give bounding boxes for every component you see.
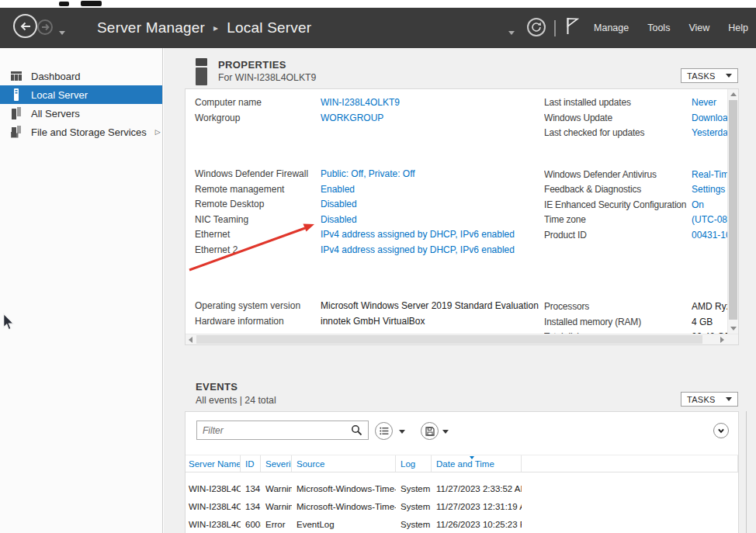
- search-icon[interactable]: [351, 424, 363, 437]
- property-value[interactable]: Real-Time: [692, 168, 727, 183]
- property-value[interactable]: Download: [692, 111, 727, 126]
- event-cell: 134: [241, 480, 261, 498]
- property-value[interactable]: 00431-10: [692, 228, 727, 244]
- forward-button[interactable]: [37, 19, 53, 35]
- property-value[interactable]: Disabled: [321, 213, 357, 228]
- property-value[interactable]: IPv4 address assigned by DHCP, IPv6 enab…: [321, 243, 515, 258]
- event-cell: System: [396, 516, 432, 533]
- refresh-caret-icon[interactable]: [508, 31, 515, 35]
- property-row-workgroup: WorkgroupWORKGROUP: [195, 111, 541, 126]
- property-row-ethernet-2: Ethernet 2IPv4 address assigned by DHCP,…: [195, 243, 541, 258]
- screenshot-top-strip: [0, 0, 756, 8]
- sidebar-item-local-server[interactable]: Local Server: [0, 85, 162, 104]
- event-cell: Warning: [261, 498, 292, 516]
- scroll-up-icon[interactable]: [730, 92, 737, 96]
- arrow-right-icon: [41, 23, 50, 31]
- filter-input[interactable]: [196, 421, 369, 440]
- property-row-hardware-information: Hardware informationinnotek GmbH Virtual…: [195, 314, 541, 330]
- column-header-empty: [522, 455, 738, 472]
- nav-history-caret-icon[interactable]: [59, 31, 65, 35]
- collapse-events-button[interactable]: [713, 423, 729, 438]
- scrollbar-thumb[interactable]: [196, 335, 702, 344]
- column-header-id[interactable]: ID: [241, 455, 261, 472]
- column-header-server-name[interactable]: Server Name: [186, 455, 241, 472]
- event-cell: System: [396, 498, 432, 516]
- server-manager-window: Server Manager ▸ Local Server ManageTool…: [0, 0, 756, 533]
- property-value[interactable]: Enabled: [321, 182, 355, 198]
- menu-view[interactable]: View: [688, 22, 709, 33]
- saved-queries-button[interactable]: [375, 422, 393, 440]
- column-header-log[interactable]: Log: [396, 455, 432, 472]
- scroll-down-icon[interactable]: [730, 327, 737, 331]
- scroll-left-icon[interactable]: [189, 337, 192, 343]
- properties-section-subtitle: For WIN-I238L4OLKT9: [218, 72, 316, 83]
- property-row-computer-name: Computer nameWIN-I238L4OLKT9: [195, 95, 541, 111]
- property-label: Operating system version: [195, 299, 321, 314]
- sidebar-item-dashboard[interactable]: Dashboard: [0, 67, 162, 85]
- event-cell: WIN-I238L4OLKT9: [186, 498, 241, 516]
- property-value[interactable]: Never: [692, 95, 727, 111]
- property-value[interactable]: Settings: [692, 182, 727, 198]
- menu-tools[interactable]: Tools: [647, 22, 670, 33]
- save-icon: [425, 427, 435, 436]
- property-label: Windows Update: [544, 111, 692, 126]
- column-header-source[interactable]: Source: [292, 455, 396, 472]
- event-row[interactable]: WIN-I238L4OLKT96008ErrorEventLogSystem11…: [186, 516, 738, 533]
- event-cell: Warning: [261, 480, 292, 498]
- property-row-operating-system-version: Operating system versionMicrosoft Window…: [195, 299, 541, 314]
- property-value[interactable]: Yesterday: [692, 126, 727, 141]
- property-label: Time zone: [544, 213, 692, 228]
- back-button[interactable]: [13, 14, 37, 38]
- screen-artifact: [81, 1, 102, 6]
- properties-right-column: Last installed updatesNeverWindows Updat…: [544, 95, 727, 345]
- event-cell: WIN-I238L4OLKT9: [186, 516, 241, 533]
- chevron-right-icon[interactable]: ▷: [155, 128, 161, 136]
- property-value[interactable]: (UTC-08:0: [692, 213, 727, 228]
- scroll-right-icon[interactable]: [720, 337, 724, 343]
- property-label: Hardware information: [195, 314, 321, 330]
- property-value[interactable]: WORKGROUP: [321, 111, 383, 126]
- properties-horizontal-scrollbar[interactable]: [186, 334, 738, 344]
- properties-vertical-scrollbar[interactable]: [727, 89, 738, 334]
- sidebar-item-all-servers[interactable]: All Servers: [0, 104, 162, 123]
- property-value[interactable]: Disabled: [321, 197, 357, 213]
- property-value[interactable]: WIN-I238L4OLKT9: [321, 95, 400, 111]
- event-cell: System: [396, 480, 432, 498]
- chevron-down-icon: [726, 74, 732, 78]
- properties-left-column: Computer nameWIN-I238L4OLKT9WorkgroupWOR…: [195, 95, 541, 329]
- queries-caret-icon[interactable]: [399, 430, 405, 434]
- menu-manage[interactable]: Manage: [594, 22, 629, 33]
- property-value[interactable]: Public: Off, Private: Off: [321, 167, 415, 182]
- refresh-button[interactable]: [527, 18, 546, 36]
- event-cell: EventLog: [292, 516, 396, 533]
- property-row-windows-defender-antivirus: Windows Defender AntivirusReal-Time: [544, 168, 727, 183]
- event-row[interactable]: WIN-I238L4OLKT9134WarningMicrosoft-Windo…: [186, 480, 738, 498]
- scrollbar-thumb[interactable]: [729, 100, 737, 320]
- property-label: Ethernet: [195, 227, 321, 243]
- event-cell: 11/27/2023 2:33:52 AM: [432, 480, 522, 498]
- save-caret-icon[interactable]: [442, 430, 449, 434]
- events-tasks-button[interactable]: TASKS: [681, 392, 738, 407]
- events-section-subtitle: All events | 24 total: [196, 395, 276, 406]
- menubar: ManageToolsViewHelp: [594, 8, 748, 48]
- property-value[interactable]: On: [692, 198, 727, 213]
- events-panel: Server NameIDSeveritySourceLogDate and T…: [185, 411, 739, 533]
- menu-help[interactable]: Help: [728, 22, 748, 33]
- event-cell: Error: [261, 516, 292, 533]
- breadcrumb-separator-icon: ▸: [213, 22, 218, 33]
- save-query-button[interactable]: [421, 422, 439, 440]
- titlebar-separator: [554, 20, 556, 36]
- sidebar-item-file-and-storage-services[interactable]: File and Storage Services▷: [0, 123, 162, 141]
- column-header-date-and-time[interactable]: Date and Time: [432, 455, 522, 472]
- property-row-last-installed-updates: Last installed updatesNever: [544, 95, 727, 111]
- event-row[interactable]: WIN-I238L4OLKT9134WarningMicrosoft-Windo…: [186, 498, 738, 516]
- sidebar-item-label: File and Storage Services: [31, 126, 147, 138]
- breadcrumb-root[interactable]: Server Manager: [97, 19, 205, 36]
- property-value: AMD Ryz: [692, 299, 727, 315]
- column-header-severity[interactable]: Severity: [261, 455, 292, 472]
- property-label: IE Enhanced Security Configuration: [544, 198, 692, 213]
- sort-descending-icon: [470, 456, 474, 459]
- properties-tasks-button[interactable]: TASKS: [681, 68, 738, 83]
- property-value[interactable]: IPv4 address assigned by DHCP, IPv6 enab…: [321, 227, 515, 243]
- notifications-flag-icon[interactable]: [565, 16, 579, 35]
